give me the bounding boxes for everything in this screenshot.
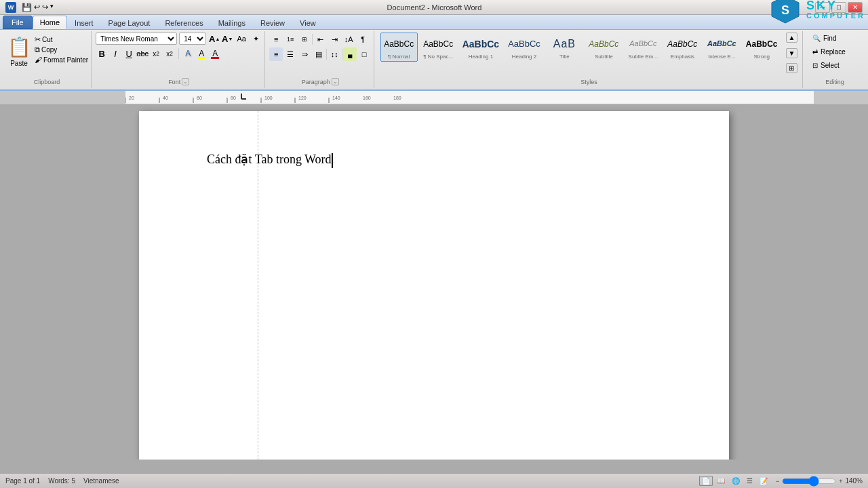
font-family-select[interactable]: Times New Roman bbox=[96, 33, 177, 45]
tab-review[interactable]: Review bbox=[253, 16, 292, 29]
select-btn[interactable]: ⊡Select bbox=[808, 60, 862, 71]
style-strong[interactable]: AaBbCc Strong bbox=[743, 33, 781, 62]
app-icon: W bbox=[5, 2, 16, 13]
paragraph-group: ≡ 1≡ ⊞ ⇤ ⇥ ↕A ¶ ≡ ☰ ⇒ ▤ ↕↕ ▄ □ P bbox=[267, 31, 374, 88]
superscript-btn[interactable]: x2 bbox=[163, 47, 176, 60]
web-layout-btn[interactable]: 🌐 bbox=[729, 476, 743, 486]
align-center-btn[interactable]: ☰ bbox=[283, 47, 297, 61]
style-heading1[interactable]: AaBbCc Heading 1 bbox=[459, 33, 502, 62]
styles-down-btn[interactable]: ▼ bbox=[786, 48, 798, 58]
svg-text:140: 140 bbox=[332, 96, 340, 100]
numbering-btn[interactable]: 1≡ bbox=[283, 33, 297, 46]
style-subtle-emphasis[interactable]: AaBbCc Subtle Em... bbox=[625, 33, 662, 62]
draft-btn[interactable]: 📝 bbox=[757, 476, 770, 486]
border-btn[interactable]: □ bbox=[357, 47, 371, 61]
underline-btn[interactable]: U bbox=[123, 47, 135, 60]
svg-text:60: 60 bbox=[197, 96, 202, 100]
page-info: Page 1 of 1 bbox=[5, 477, 40, 485]
print-layout-btn[interactable]: 📄 bbox=[699, 476, 713, 486]
change-case-btn[interactable]: Aa bbox=[235, 33, 248, 45]
tab-home[interactable]: Home bbox=[33, 16, 67, 29]
zoom-in-btn[interactable]: + bbox=[839, 478, 842, 485]
strikethrough-btn[interactable]: abc bbox=[136, 47, 149, 60]
font-group: Times New Roman 14 A▲ A▼ Aa ✦ B I U abc … bbox=[93, 31, 265, 88]
tab-view[interactable]: View bbox=[292, 16, 323, 29]
tab-stop-marker[interactable] bbox=[241, 92, 249, 102]
svg-text:120: 120 bbox=[298, 96, 307, 100]
svg-text:20: 20 bbox=[129, 96, 134, 100]
bold-btn[interactable]: B bbox=[96, 47, 108, 60]
multilevel-btn[interactable]: ⊞ bbox=[298, 33, 311, 46]
ruler-left-margin bbox=[0, 91, 125, 104]
font-size-select[interactable]: 14 bbox=[179, 33, 206, 45]
quick-save-btn[interactable]: 💾 bbox=[22, 3, 32, 12]
document-page[interactable]: Cách đặt Tab trong Word bbox=[139, 111, 729, 460]
decrease-indent-btn[interactable]: ⇤ bbox=[313, 33, 327, 46]
grow-font-btn[interactable]: A▲ bbox=[208, 33, 220, 45]
style-subtitle[interactable]: AaBbCc Subtitle bbox=[585, 33, 623, 62]
ruler-active[interactable]: 20 40 60 80 100 120 140 160 180 bbox=[125, 91, 814, 104]
style-heading2[interactable]: AaBbCc Heading 2 bbox=[505, 33, 544, 62]
find-btn[interactable]: 🔍Find bbox=[808, 33, 862, 44]
language-indicator: Vietnamese bbox=[83, 477, 119, 485]
paragraph-expander[interactable]: ⌄ bbox=[332, 78, 339, 85]
style-intense-emphasis[interactable]: AaBbCc Intense E... bbox=[703, 33, 741, 62]
sky-computer-text: SKY COMPUTER bbox=[806, 0, 865, 20]
shrink-font-btn[interactable]: A▼ bbox=[221, 33, 233, 45]
zoom-controls: − + 140% bbox=[776, 477, 863, 485]
font-color-btn[interactable]: A bbox=[209, 47, 221, 60]
style-normal[interactable]: AaBbCc ¶ Normal bbox=[380, 33, 418, 62]
subscript-btn[interactable]: x2 bbox=[150, 47, 162, 60]
svg-text:180: 180 bbox=[393, 96, 401, 100]
bullets-btn[interactable]: ≡ bbox=[269, 33, 283, 46]
document-content[interactable]: Cách đặt Tab trong Word bbox=[207, 152, 333, 168]
svg-text:40: 40 bbox=[163, 96, 168, 100]
shading-btn[interactable]: ▄ bbox=[343, 47, 357, 61]
style-no-spacing[interactable]: AaBbCc ¶ No Spac... bbox=[420, 33, 457, 62]
editing-group: 🔍Find ⇄Replace ⊡Select Editing bbox=[804, 31, 865, 88]
copy-btn[interactable]: ⧉Copy bbox=[35, 45, 88, 54]
title-bar: W 💾 ↩ ↪ ▾ Document2 - Microsoft Word ─ □… bbox=[0, 0, 868, 15]
zoom-out-btn[interactable]: − bbox=[776, 478, 779, 485]
tab-page-layout[interactable]: Page Layout bbox=[101, 16, 158, 29]
align-left-btn[interactable]: ≡ bbox=[269, 47, 283, 61]
quick-redo-btn[interactable]: ↪ bbox=[42, 3, 48, 12]
show-marks-btn[interactable]: ¶ bbox=[356, 33, 370, 46]
sort-btn[interactable]: ↕A bbox=[342, 33, 355, 46]
justify-btn[interactable]: ▤ bbox=[312, 47, 326, 61]
document-area[interactable]: Cách đặt Tab trong Word bbox=[0, 104, 868, 460]
quick-undo-btn[interactable]: ↩ bbox=[34, 3, 40, 12]
ruler: 20 40 60 80 100 120 140 160 180 bbox=[0, 91, 868, 104]
line-spacing-btn[interactable]: ↕↕ bbox=[328, 47, 341, 61]
tab-mailings[interactable]: Mailings bbox=[211, 16, 253, 29]
styles-more-btn[interactable]: ⊞ bbox=[786, 63, 798, 73]
zoom-slider[interactable] bbox=[782, 478, 836, 485]
quick-customize-btn[interactable]: ▾ bbox=[50, 3, 54, 12]
styles-up-btn[interactable]: ▲ bbox=[786, 33, 798, 43]
para-sep3 bbox=[342, 49, 342, 60]
full-reading-btn[interactable]: 📖 bbox=[714, 476, 728, 486]
format-painter-btn[interactable]: 🖌Format Painter bbox=[35, 56, 88, 64]
highlight-btn[interactable]: A bbox=[195, 47, 208, 60]
tab-insert[interactable]: Insert bbox=[67, 16, 101, 29]
tab-references[interactable]: References bbox=[157, 16, 210, 29]
styles-group: AaBbCc ¶ Normal AaBbCc ¶ No Spac... AaBb… bbox=[376, 31, 803, 88]
outline-btn[interactable]: ☰ bbox=[744, 476, 755, 486]
increase-indent-btn[interactable]: ⇥ bbox=[328, 33, 341, 46]
italic-btn[interactable]: I bbox=[109, 47, 121, 60]
paste-btn[interactable]: 📋 Paste bbox=[5, 33, 33, 68]
tab-stop-icon bbox=[241, 92, 249, 102]
style-emphasis[interactable]: AaBbCc Emphasis bbox=[664, 33, 701, 62]
cut-btn[interactable]: ✂Cut bbox=[35, 35, 88, 44]
align-right-btn[interactable]: ⇒ bbox=[298, 47, 311, 61]
replace-btn[interactable]: ⇄Replace bbox=[808, 46, 862, 58]
style-title[interactable]: AaB Title bbox=[546, 33, 583, 62]
title-bar-left: W 💾 ↩ ↪ ▾ bbox=[5, 2, 54, 13]
font-expander[interactable]: ⌄ bbox=[182, 78, 189, 85]
svg-text:160: 160 bbox=[363, 96, 371, 100]
para-sep2 bbox=[326, 49, 327, 60]
text-effects-btn[interactable]: A bbox=[182, 47, 194, 60]
tab-file[interactable]: File bbox=[3, 16, 33, 29]
clear-format-btn[interactable]: ✦ bbox=[250, 33, 262, 45]
para-sep1 bbox=[312, 34, 313, 45]
